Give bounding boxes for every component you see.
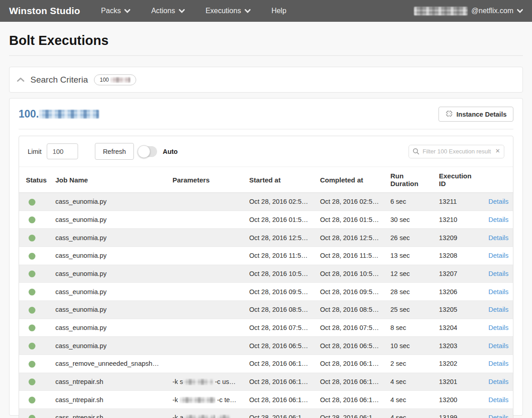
limit-input[interactable] bbox=[47, 143, 78, 159]
col-completed-at: Completed at bbox=[313, 167, 384, 193]
completed-at-cell: Oct 28, 2016 09:58 AM bbox=[313, 283, 384, 301]
started-at-cell: Oct 28, 2016 02:58 PM bbox=[242, 193, 313, 211]
job-name-cell: cass_eunomia.py bbox=[49, 193, 166, 211]
execution-id-cell: 13203 bbox=[432, 337, 473, 355]
run-duration-cell: 12 sec bbox=[384, 265, 432, 283]
chevron-down-icon bbox=[179, 9, 185, 13]
details-link[interactable]: Details bbox=[488, 324, 508, 331]
parameters-cell bbox=[166, 211, 242, 229]
nav-item-packs[interactable]: Packs bbox=[101, 7, 131, 15]
auto-label: Auto bbox=[163, 148, 177, 155]
nav-item-label: Packs bbox=[101, 7, 121, 15]
col-execution-id: Execution ID bbox=[432, 167, 473, 193]
completed-at-cell: Oct 28, 2016 12:59 PM bbox=[313, 229, 384, 247]
app-brand: Winston Studio bbox=[9, 5, 80, 16]
started-at-cell: Oct 28, 2016 06:13 AM bbox=[242, 409, 313, 418]
param-text: -k a bbox=[172, 414, 183, 418]
details-link[interactable]: Details bbox=[488, 216, 508, 223]
parameters-cell bbox=[166, 355, 242, 373]
status-success-icon bbox=[29, 235, 35, 241]
table-row: cass_eunomia.pyOct 28, 2016 10:58 AMOct … bbox=[19, 265, 513, 283]
status-cell bbox=[19, 211, 49, 229]
table-row: cass_eunomia.pyOct 28, 2016 07:58 AMOct … bbox=[19, 319, 513, 337]
started-at-cell: Oct 28, 2016 06:57 AM bbox=[242, 337, 313, 355]
details-link[interactable]: Details bbox=[488, 234, 508, 241]
table-header: Status Job Name Parameters Started at Co… bbox=[19, 167, 513, 193]
status-success-icon bbox=[29, 253, 35, 260]
table-row: cass_eunomia.pyOct 28, 2016 06:57 AMOct … bbox=[19, 337, 513, 355]
redacted-text bbox=[183, 415, 215, 418]
col-job-name: Job Name bbox=[49, 167, 166, 193]
details-link[interactable]: Details bbox=[488, 342, 508, 349]
nav-item-label: Executions bbox=[206, 7, 241, 15]
redacted-user-name bbox=[414, 7, 468, 15]
details-link[interactable]: Details bbox=[488, 306, 508, 313]
details-link[interactable]: Details bbox=[488, 396, 508, 403]
details-link[interactable]: Details bbox=[488, 360, 508, 367]
details-link[interactable]: Details bbox=[488, 198, 508, 205]
job-name-cell: cass_eunomia.py bbox=[49, 301, 166, 319]
nav-item-help[interactable]: Help bbox=[271, 7, 286, 15]
details-link[interactable]: Details bbox=[488, 414, 508, 418]
status-success-icon bbox=[29, 199, 35, 206]
details-link[interactable]: Details bbox=[488, 288, 508, 295]
execution-id-cell: 13199 bbox=[432, 409, 473, 418]
details-link[interactable]: Details bbox=[488, 252, 508, 259]
instance-heading: 100. bbox=[19, 108, 99, 120]
page-title: Bolt Executions bbox=[9, 33, 523, 48]
run-duration-cell: 6 sec bbox=[384, 193, 432, 211]
execution-id-cell: 13208 bbox=[432, 247, 473, 265]
col-details bbox=[473, 167, 513, 193]
execution-id-cell: 13210 bbox=[432, 211, 473, 229]
nav-item-actions[interactable]: Actions bbox=[151, 7, 184, 15]
details-cell: Details bbox=[473, 193, 513, 211]
status-success-icon bbox=[29, 397, 35, 403]
details-link[interactable]: Details bbox=[488, 378, 508, 385]
job-name-cell: cass_eunomia.py bbox=[49, 211, 166, 229]
details-link[interactable]: Details bbox=[488, 270, 508, 277]
status-cell bbox=[19, 265, 49, 283]
run-duration-cell: 4 sec bbox=[384, 391, 432, 409]
details-cell: Details bbox=[473, 355, 513, 373]
completed-at-cell: Oct 28, 2016 06:13 AM bbox=[313, 355, 384, 373]
execution-id-cell: 13207 bbox=[432, 265, 473, 283]
clear-filter-icon[interactable]: ✕ bbox=[495, 148, 500, 154]
col-run-duration: Run Duration bbox=[384, 167, 432, 193]
redacted-instance-ip bbox=[39, 110, 99, 118]
title-divider bbox=[9, 55, 523, 56]
run-duration-cell: 4 sec bbox=[384, 373, 432, 391]
auto-refresh-toggle[interactable] bbox=[138, 146, 157, 157]
job-name-cell: cass_eunomia.py bbox=[49, 337, 166, 355]
nav-item-executions[interactable]: Executions bbox=[206, 7, 251, 15]
status-cell bbox=[19, 283, 49, 301]
status-success-icon bbox=[29, 343, 35, 349]
instance-divider bbox=[19, 129, 513, 129]
status-cell bbox=[19, 337, 49, 355]
completed-at-cell: Oct 28, 2016 06:13 AM bbox=[313, 373, 384, 391]
chevron-up-icon[interactable] bbox=[17, 77, 25, 82]
instance-details-button[interactable]: Instance Details bbox=[438, 107, 513, 122]
col-started-at: Started at bbox=[242, 167, 313, 193]
user-menu[interactable]: @netflix.com bbox=[414, 7, 523, 15]
completed-at-cell: Oct 28, 2016 02:58 PM bbox=[313, 193, 384, 211]
refresh-button[interactable]: Refresh bbox=[95, 143, 134, 160]
execution-id-cell: 13202 bbox=[432, 355, 473, 373]
nav-item-label: Actions bbox=[151, 7, 175, 15]
executions-panel: 100. Instance Details Limit Refresh Auto… bbox=[9, 98, 523, 416]
completed-at-cell: Oct 28, 2016 08:59 AM bbox=[313, 301, 384, 319]
results-panel: Limit Refresh Auto ✕ S bbox=[19, 136, 513, 418]
job-name-cell: cass_remove_unneeded_snapshots.sh bbox=[49, 355, 166, 373]
redacted-criteria-value bbox=[110, 77, 130, 83]
status-success-icon bbox=[29, 361, 35, 368]
status-cell bbox=[19, 229, 49, 247]
table-row: cass_eunomia.pyOct 28, 2016 09:58 AMOct … bbox=[19, 283, 513, 301]
execution-id-cell: 13204 bbox=[432, 319, 473, 337]
details-cell: Details bbox=[473, 337, 513, 355]
limit-label: Limit bbox=[28, 148, 42, 155]
instance-header: 100. Instance Details bbox=[19, 107, 513, 122]
filter-input[interactable] bbox=[409, 145, 504, 158]
parameters-cell bbox=[166, 301, 242, 319]
criteria-badge: 100 bbox=[94, 74, 136, 85]
run-duration-cell: 13 sec bbox=[384, 247, 432, 265]
execution-id-cell: 13209 bbox=[432, 229, 473, 247]
